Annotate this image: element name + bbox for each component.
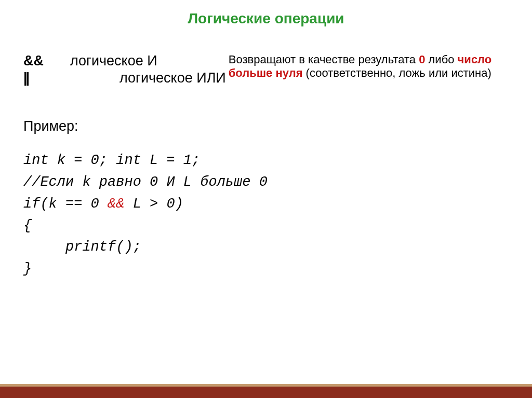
operator-or-label: логическое ИЛИ xyxy=(119,70,226,86)
desc-part2: либо xyxy=(425,53,457,66)
operator-and-line: && логическое И xyxy=(23,53,226,69)
desc-part3: (соответственно, ложь или истина) xyxy=(303,66,491,79)
code-line-5: printf(); xyxy=(23,237,509,258)
desc-part1: Возвращают в качестве результата xyxy=(229,53,419,66)
operators-row: && логическое И || логическое ИЛИ Возвра… xyxy=(23,53,509,87)
bottom-decoration xyxy=(0,373,532,398)
operator-or-line: || логическое ИЛИ xyxy=(23,70,226,86)
code-line-3c: L > 0) xyxy=(124,196,183,212)
code-line-2: //Если k равно 0 И L больше 0 xyxy=(23,172,509,194)
bottom-stripe-dark xyxy=(0,387,532,398)
operators-list: && логическое И || логическое ИЛИ xyxy=(23,53,226,87)
operator-or-symbol: || xyxy=(23,70,70,86)
code-line-1: int k = 0; int L = 1; xyxy=(23,150,509,172)
code-line-3b-operator: && xyxy=(108,196,124,212)
example-label: Пример: xyxy=(23,118,509,134)
operator-and-symbol: && xyxy=(23,53,70,69)
code-block: int k = 0; int L = 1; //Если k равно 0 И… xyxy=(23,150,509,280)
code-line-4: { xyxy=(23,215,509,237)
operators-description: Возвращают в качестве результата 0 либо … xyxy=(229,53,509,80)
slide-title: Логические операции xyxy=(0,0,532,27)
code-line-6: } xyxy=(23,258,509,280)
content-area: && логическое И || логическое ИЛИ Возвра… xyxy=(0,27,532,280)
code-line-3: if(k == 0 && L > 0) xyxy=(23,194,509,215)
operator-and-label: логическое И xyxy=(70,53,157,69)
desc-zero: 0 xyxy=(419,53,425,66)
code-line-3a: if(k == 0 xyxy=(23,196,108,212)
